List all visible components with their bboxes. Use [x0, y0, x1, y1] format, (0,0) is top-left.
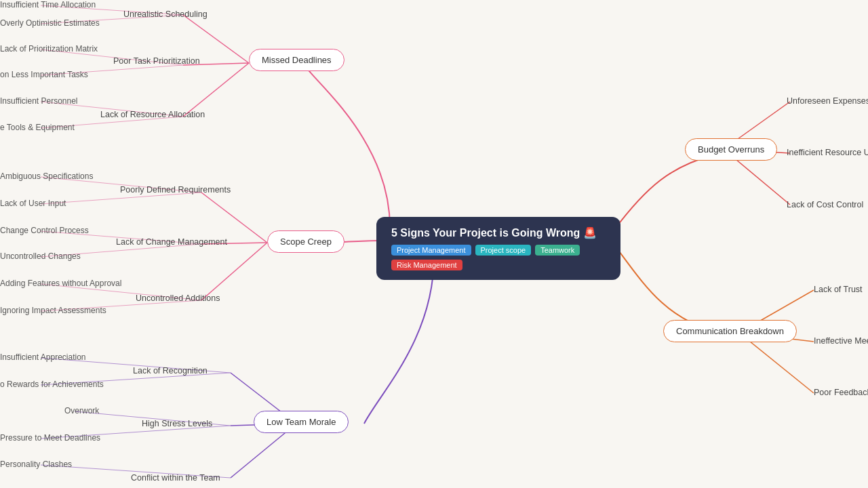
- central-title: 5 Signs Your Project is Going Wrong 🚨: [391, 227, 597, 239]
- lack-resource-allocation: Lack of Resource Allocation: [100, 110, 205, 119]
- insufficient-appreciation: Insufficient Appreciation: [0, 352, 86, 362]
- rewards-achievements: o Rewards for Achievements: [0, 380, 104, 389]
- tools-equipment: e Tools & Equipment: [0, 123, 75, 132]
- lack-recognition: Lack of Recognition: [133, 366, 208, 375]
- communication-breakdown-node[interactable]: Communication Breakdown: [663, 320, 797, 342]
- insufficient-time: Insufficient Time Allocation: [0, 0, 96, 9]
- budget-overruns-node[interactable]: Budget Overruns: [685, 138, 777, 161]
- missed-deadlines-node[interactable]: Missed Deadlines: [249, 49, 344, 71]
- poorly-defined-requirements: Poorly Defined Requirements: [120, 185, 231, 195]
- poor-task-prioritization: Poor Task Prioritization: [113, 56, 200, 66]
- svg-line-2: [183, 63, 249, 117]
- overly-optimistic: Overly Optimistic Estimates: [0, 18, 100, 28]
- adding-features: Adding Features without Approval: [0, 279, 121, 288]
- lack-user-input: Lack of User Input: [0, 199, 66, 208]
- unrealistic-scheduling: Unrealistic Scheduling: [123, 9, 208, 19]
- tag-risk-management[interactable]: Risk Management: [391, 260, 462, 270]
- tag-project-management[interactable]: Project Management: [391, 245, 471, 256]
- central-node: 5 Signs Your Project is Going Wrong 🚨 Pr…: [376, 217, 620, 280]
- poor-feedback: Poor Feedback: [814, 388, 868, 397]
- ineffective-meetings: Ineffective Meetings: [814, 336, 868, 346]
- high-stress-levels: High Stress Levels: [142, 419, 212, 428]
- inefficient-resource: Inefficient Resource Use: [787, 148, 868, 157]
- ignoring-impact: Ignoring Impact Assessments: [0, 306, 106, 315]
- tag-teamwork[interactable]: Teamwork: [535, 245, 580, 256]
- uncontrolled-additions: Uncontrolled Additions: [136, 293, 220, 303]
- uncontrolled-changes: Uncontrolled Changes: [0, 251, 81, 261]
- scope-creep-node[interactable]: Scope Creep: [267, 230, 344, 253]
- change-control: Change Control Process: [0, 226, 89, 235]
- lack-change-management: Lack of Change Management: [116, 237, 227, 247]
- unforeseen-expenses: Unforeseen Expenses: [787, 96, 868, 106]
- low-team-morale-node[interactable]: Low Team Morale: [254, 411, 349, 433]
- lack-prioritization: Lack of Prioritization Matrix: [0, 44, 98, 54]
- insufficient-personnel: Insufficient Personnel: [0, 96, 78, 106]
- lack-trust: Lack of Trust: [814, 285, 863, 294]
- svg-line-5: [201, 243, 267, 300]
- overwork: Overwork: [64, 406, 99, 415]
- conflict-within-team: Conflict within the Team: [131, 473, 220, 483]
- on-less-important: on Less Important Tasks: [0, 70, 88, 79]
- tag-project-scope[interactable]: Project scope: [475, 245, 532, 256]
- lack-cost-control: Lack of Cost Control: [787, 200, 863, 209]
- tag-container: Project Management Project scope Teamwor…: [391, 245, 606, 270]
- personality-clashes: Personality Clashes: [0, 460, 72, 469]
- ambiguous-spec: Ambiguous Specifications: [0, 171, 93, 181]
- pressure-deadlines: Pressure to Meet Deadlines: [0, 433, 100, 443]
- svg-line-3: [201, 192, 267, 243]
